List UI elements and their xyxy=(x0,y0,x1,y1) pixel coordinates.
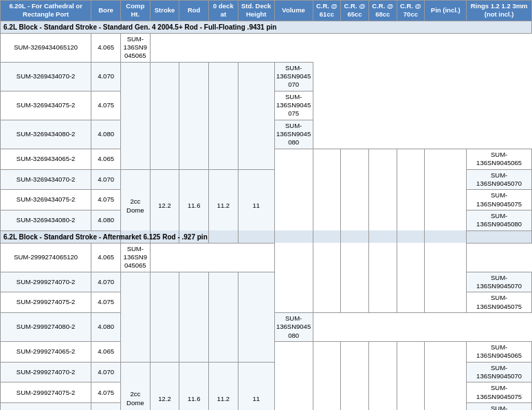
cell-bore: 4.075 xyxy=(91,190,121,211)
header-volume: Volume xyxy=(274,1,313,21)
cell-volume xyxy=(120,62,150,169)
section-title: 6.2L Block - Standard Stroke - Aftermark… xyxy=(1,230,532,243)
cell-stroke xyxy=(313,342,341,411)
cell-compht xyxy=(274,342,313,411)
cell-part: SUM-2999274080-2 xyxy=(1,403,91,410)
cell-stdeck xyxy=(397,342,425,411)
cell-cr65: 11.6 xyxy=(179,362,209,410)
cell-rings: SUM-136SN9045075 xyxy=(274,91,313,120)
cell-rings: SUM-136SN9045070 xyxy=(274,62,313,91)
cell-bore: 4.075 xyxy=(91,292,121,313)
cell-cr68 xyxy=(209,62,239,169)
header-stdeck: Std. Deck Height xyxy=(238,1,274,21)
cell-bore: 4.070 xyxy=(91,362,121,382)
cell-cr70 xyxy=(238,272,274,362)
cell-part: SUM-3269434065120 xyxy=(1,33,91,62)
cell-bore: 4.070 xyxy=(91,272,121,292)
cell-part: SUM-3269434080-2 xyxy=(1,210,91,230)
cell-part: SUM-3269434065-2 xyxy=(1,149,91,169)
cell-part: SUM-2999274075-2 xyxy=(1,382,91,403)
cell-cr70: 11 xyxy=(238,362,274,410)
cell-rings: SUM-136SN9045065 xyxy=(467,342,532,363)
cell-cr68: 11.2 xyxy=(209,362,239,410)
cell-rings: SUM-136SN9045070 xyxy=(467,169,532,190)
header-cr68: C.R. @ 68cc xyxy=(368,1,397,21)
cell-cr68 xyxy=(209,272,239,362)
header-cr61: C.R. @ 61cc xyxy=(313,1,341,21)
cell-cr61 xyxy=(150,62,179,169)
cell-bore: 4.065 xyxy=(91,243,121,272)
table-row: SUM-32694340651204.065SUM-136SN9045065 xyxy=(1,33,532,62)
cell-part: SUM-3269434080-2 xyxy=(1,120,91,149)
cell-pin xyxy=(425,342,467,411)
cell-rings: SUM-136SN9045070 xyxy=(467,362,532,382)
cell-rings: SUM-136SN9045080 xyxy=(274,312,313,341)
cell-bore: 4.070 xyxy=(91,62,121,91)
cell-rings: SUM-136SN9045070 xyxy=(467,272,532,292)
header-part: 6.20L - For Cathedral or Rectangle Port xyxy=(1,1,91,21)
cell-part: SUM-3269434075-2 xyxy=(1,190,91,211)
cell-bore: 4.065 xyxy=(91,149,121,169)
header-rod: Rod xyxy=(179,1,209,21)
cell-part: SUM-2999274075-2 xyxy=(1,292,91,313)
header-pin: Pin (incl.) xyxy=(425,1,467,21)
header-compht: Comp Ht. xyxy=(120,1,150,21)
cell-bore: 4.080 xyxy=(91,120,121,149)
cell-bore: 4.065 xyxy=(91,342,121,363)
cell-part: SUM-2999274065-2 xyxy=(1,342,91,363)
cell-rings: SUM-136SN9045065 xyxy=(120,243,150,272)
cell-part: SUM-2999274065120 xyxy=(1,243,91,272)
cell-bore: 4.070 xyxy=(91,169,121,190)
cell-part: SUM-2999274080-2 xyxy=(1,312,91,341)
cell-volume xyxy=(120,272,150,362)
cell-bore: 4.075 xyxy=(91,382,121,403)
cell-rings: SUM-136SN9045065 xyxy=(120,33,150,62)
cell-cr70 xyxy=(238,62,274,169)
cell-cr65 xyxy=(179,62,209,169)
cell-part: SUM-2999274070-2 xyxy=(1,272,91,292)
cell-odeck xyxy=(368,342,397,411)
cell-rings: SUM-136SN9045075 xyxy=(467,382,532,403)
cell-rings: SUM-136SN9045065 xyxy=(467,149,532,169)
cell-cr61: 12.2 xyxy=(150,362,179,410)
header-cr65: C.R. @ 65cc xyxy=(341,1,369,21)
section-title: 6.2L Block - Standard Stroke - Standard … xyxy=(1,21,532,33)
cell-cr61 xyxy=(150,272,179,362)
cell-cr65 xyxy=(179,272,209,362)
header-bore: Bore xyxy=(91,1,121,21)
header-rings: Rings 1.2 1.2 3mm (not incl.) xyxy=(467,1,532,21)
cell-rings: SUM-136SN9045075 xyxy=(467,292,532,313)
cell-rings: SUM-136SN9045080 xyxy=(467,210,532,230)
header-cr70: C.R. @ 70cc xyxy=(397,1,425,21)
cell-part: SUM-3269434075-2 xyxy=(1,91,91,120)
cell-rings: SUM-136SN9045075 xyxy=(467,190,532,211)
table-row: SUM-3269434070-24.070SUM-136SN9045070 xyxy=(1,62,532,91)
cell-bore: 4.080 xyxy=(91,210,121,230)
cell-rings: SUM-136SN9045080 xyxy=(467,403,532,410)
cell-volume: 2cc Dome xyxy=(120,362,150,410)
cell-rings: SUM-136SN9045080 xyxy=(274,120,313,149)
header-odeck: 0 deck at xyxy=(209,1,239,21)
cell-bore: 4.080 xyxy=(91,403,121,410)
cell-bore: 4.065 xyxy=(91,33,121,62)
header-stroke: Stroke xyxy=(150,1,179,21)
cell-rod xyxy=(341,342,369,411)
cell-part: SUM-3269434070-2 xyxy=(1,62,91,91)
cell-bore: 4.080 xyxy=(91,312,121,341)
cell-part: SUM-2999274070-2 xyxy=(1,362,91,382)
cell-bore: 4.075 xyxy=(91,91,121,120)
cell-part: SUM-3269434070-2 xyxy=(1,169,91,190)
